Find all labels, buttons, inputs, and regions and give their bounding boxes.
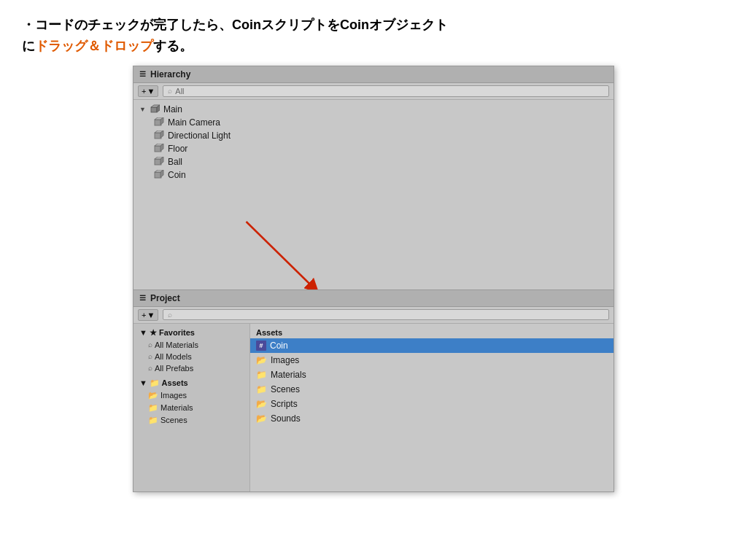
hierarchy-item-directional-light[interactable]: Directional Light (133, 129, 614, 142)
images-label: Images (160, 391, 187, 400)
folder-empty-icon-main-2: 📂 (256, 399, 267, 409)
assets-sidebar-label: Assets (162, 378, 188, 387)
gameobject-icon-2 (154, 131, 164, 141)
magnify-icon-2: ⌕ (148, 352, 152, 360)
sidebar-images[interactable]: 📂 Images (133, 389, 249, 402)
gameobject-icon-5 (154, 170, 164, 180)
assets-main-label: Assets (250, 327, 614, 338)
gameobject-icon (154, 117, 164, 128)
asset-item-scripts[interactable]: 📂 Scripts (250, 397, 614, 411)
expand-arrow-icon: ▼ (139, 106, 146, 113)
folder-filled-icon-2: 📁 (148, 416, 158, 425)
magnify-icon-3: ⌕ (148, 364, 152, 372)
gameobject-icon-4 (154, 157, 164, 167)
hierarchy-item-main-camera[interactable]: Main Camera (133, 116, 614, 129)
asset-images-label: Images (271, 355, 299, 365)
hierarchy-title: Hierarchy (150, 69, 190, 79)
project-assets-area: Assets # Coin 📂 Images 📁 Materials (250, 324, 614, 491)
gameobject-icon-3 (154, 144, 164, 154)
hierarchy-search-label: All (175, 87, 184, 96)
project-header: ☰ Project (133, 290, 614, 307)
dropdown-arrow-icon: ▼ (147, 87, 155, 96)
all-prefabs-label: All Prefabs (155, 364, 193, 373)
all-models-label: All Models (155, 352, 192, 361)
svg-rect-0 (151, 107, 157, 112)
asset-item-scenes[interactable]: 📁 Scenes (250, 382, 614, 397)
plus-icon: + (142, 87, 146, 96)
sidebar-materials[interactable]: 📁 Materials (133, 402, 249, 414)
sidebar-scenes[interactable]: 📁 Scenes (133, 414, 249, 427)
unity-editor-window: ☰ Hierarchy + ▼ ⌕ All ▼ (133, 66, 614, 492)
favorites-arrow-icon: ▼ (139, 328, 147, 337)
scenes-label: Scenes (160, 416, 187, 424)
folder-filled-icon-main-2: 📁 (256, 384, 267, 394)
sidebar-all-materials[interactable]: ⌕ All Materials (133, 339, 249, 351)
all-materials-label: All Materials (155, 341, 198, 349)
sidebar-all-models[interactable]: ⌕ All Models (133, 351, 249, 362)
search-icon: ⌕ (168, 87, 172, 95)
scene-icon (150, 104, 160, 114)
asset-coin-label: Coin (270, 341, 288, 351)
hierarchy-directional-light-label: Directional Light (168, 131, 231, 141)
project-toolbar: + ▼ ⌕ (133, 307, 614, 324)
hierarchy-main-camera-label: Main Camera (168, 117, 220, 128)
project-sidebar: ▼ ★ Favorites ⌕ All Materials ⌕ All Mode… (133, 324, 250, 491)
asset-scenes-label: Scenes (271, 384, 300, 394)
asset-sounds-label: Sounds (271, 413, 301, 424)
asset-item-materials[interactable]: 📁 Materials (250, 368, 614, 382)
script-icon: # (256, 341, 266, 351)
asset-item-sounds[interactable]: 📂 Sounds (250, 411, 614, 426)
hierarchy-item-floor[interactable]: Floor (133, 142, 614, 155)
project-add-button[interactable]: + ▼ (138, 309, 158, 321)
hierarchy-item-ball[interactable]: Ball (133, 155, 614, 168)
hierarchy-item-coin[interactable]: Coin (133, 168, 614, 182)
project-panel: ☰ Project + ▼ ⌕ ▼ ★ F (133, 290, 614, 491)
star-icon: ★ (150, 328, 157, 337)
highlight-drag-drop: ドラッグ＆ドロップ (35, 39, 153, 53)
materials-label: Materials (160, 403, 193, 412)
asset-scripts-label: Scripts (271, 399, 298, 409)
hierarchy-floor-label: Floor (168, 144, 187, 154)
instruction-line2: にドラッグ＆ドロップする。 (22, 36, 725, 57)
hierarchy-item-main[interactable]: ▼ Main (133, 103, 614, 116)
folder-icon-assets: 📁 (150, 378, 160, 387)
project-title: Project (150, 293, 180, 303)
folder-filled-icon-1: 📁 (148, 403, 158, 413)
assets-sidebar-header: ▼ 📁 Assets (133, 377, 249, 389)
project-content: ▼ ★ Favorites ⌕ All Materials ⌕ All Mode… (133, 324, 614, 491)
asset-item-coin[interactable]: # Coin (250, 338, 614, 353)
instruction-block: ・コードのチェックが完了したら、CoinスクリプトをCoinオブジェクト にドラ… (22, 15, 725, 57)
hierarchy-ball-label: Ball (168, 157, 182, 167)
favorites-section-header: ▼ ★ Favorites (133, 327, 249, 339)
sidebar-all-prefabs[interactable]: ⌕ All Prefabs (133, 362, 249, 374)
hierarchy-coin-label: Coin (168, 170, 186, 180)
hierarchy-header: ☰ Hierarchy (133, 66, 614, 83)
project-plus-icon: + (142, 311, 146, 319)
asset-item-images[interactable]: 📂 Images (250, 353, 614, 368)
hierarchy-panel: ☰ Hierarchy + ▼ ⌕ All ▼ (133, 66, 614, 290)
hierarchy-content: ▼ Main (133, 100, 614, 289)
favorites-label: Favorites (159, 328, 195, 337)
folder-empty-icon-1: 📂 (148, 391, 158, 400)
project-dropdown-arrow-icon: ▼ (147, 311, 155, 319)
svg-line-6 (247, 222, 314, 288)
project-hamburger-icon: ☰ (139, 294, 146, 302)
hierarchy-add-button[interactable]: + ▼ (138, 85, 158, 97)
hamburger-icon: ☰ (139, 70, 146, 78)
folder-empty-icon-main-1: 📂 (256, 355, 267, 365)
project-search-icon: ⌕ (168, 311, 172, 319)
folder-empty-icon-main-3: 📂 (256, 413, 267, 424)
hierarchy-main-label: Main (163, 104, 182, 114)
assets-arrow-icon: ▼ (139, 378, 147, 387)
instruction-line1: ・コードのチェックが完了したら、CoinスクリプトをCoinオブジェクト (22, 15, 725, 36)
hierarchy-search[interactable]: ⌕ All (163, 85, 609, 97)
project-search[interactable]: ⌕ (163, 309, 609, 320)
hierarchy-toolbar: + ▼ ⌕ All (133, 83, 614, 100)
asset-materials-label: Materials (271, 370, 306, 380)
folder-filled-icon-main-1: 📁 (256, 370, 267, 380)
magnify-icon-1: ⌕ (148, 341, 152, 349)
